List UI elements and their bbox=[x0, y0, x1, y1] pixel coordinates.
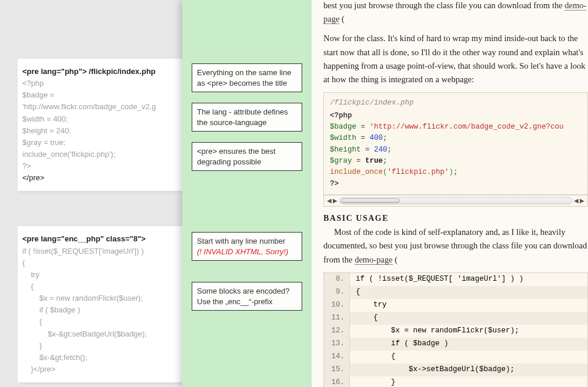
line-number: 14. bbox=[324, 351, 350, 364]
code-content: if ( $badge ) bbox=[350, 340, 449, 348]
code-line: $gray = true; bbox=[22, 137, 178, 149]
code-content: { bbox=[350, 288, 360, 296]
code-row: 9.{ bbox=[324, 286, 587, 299]
scroll-right-icon[interactable]: ▶ bbox=[332, 198, 338, 204]
paragraph-text: best you just browse through the class f… bbox=[323, 1, 564, 10]
annotation-pre-degrade: <pre> ensures the best degrading possibl… bbox=[192, 142, 302, 171]
code-line: $height = 240; bbox=[22, 125, 178, 137]
annotation-lang-attr: The lang - attribute defines the source-… bbox=[192, 103, 302, 132]
code-content: { bbox=[350, 353, 396, 361]
code-content: $x->setBadgeUrl($badge); bbox=[350, 366, 514, 373]
code-content: $x = new randomFlickr($user); bbox=[350, 327, 519, 335]
code-line: </pre> bbox=[22, 172, 178, 184]
horizontal-scrollbar[interactable]: ◀ ▶ ◀ ▶ bbox=[323, 195, 588, 207]
code-line: } bbox=[22, 340, 178, 352]
code-line: try bbox=[22, 269, 178, 281]
scroll-left-icon[interactable]: ◀ bbox=[326, 198, 332, 204]
code-row: 8.if ( !isset($_REQUEST[ 'imageUrl'] ) ) bbox=[324, 273, 587, 286]
rendered-code-block-1: /flickpic/index.php <?php $badge = 'http… bbox=[323, 92, 588, 195]
code-row: 14. { bbox=[324, 351, 587, 364]
line-number: 16. bbox=[324, 376, 350, 387]
code-line: $width = 400; bbox=[22, 113, 178, 125]
code-line: $x = new randomFlickr($user); bbox=[22, 292, 178, 304]
code-row: 15. $x->setBadgeUrl($badge); bbox=[324, 364, 587, 376]
paragraph-text: ( bbox=[393, 255, 397, 264]
code-line: <pre lang="enc__php" class="8"> bbox=[22, 233, 178, 245]
code-row: 10. try bbox=[324, 299, 587, 312]
raw-code-block-1: <pre lang="php"> /flickpic/index.php <?p… bbox=[18, 59, 182, 191]
code-row: 11. { bbox=[324, 312, 587, 325]
article-paragraph: Most of the code is kind of self-explana… bbox=[323, 226, 588, 267]
code-line: if ( $badge ) bbox=[22, 304, 178, 316]
line-number: 11. bbox=[324, 312, 350, 325]
code-line: <pre lang="php"> /flickpic/index.php bbox=[22, 66, 178, 78]
line-number: 13. bbox=[324, 338, 350, 351]
left-column: <pre lang="php"> /flickpic/index.php <?p… bbox=[0, 0, 182, 387]
line-number: 8. bbox=[324, 273, 350, 286]
annotation-warning: (! INVALID XHTML, Sorry!) bbox=[197, 247, 297, 257]
code-line: 'http://www.flickr.com/badge_code_v2.g bbox=[22, 101, 178, 113]
code-line: include_once('flickpic.php'); bbox=[330, 167, 582, 178]
code-line: { bbox=[22, 257, 178, 269]
annotation-line-number: Start with any line number (! INVALID XH… bbox=[192, 232, 302, 261]
scroll-thumb[interactable] bbox=[341, 198, 400, 203]
code-line: $badge = 'http://www.flickr.com/badge_co… bbox=[330, 122, 582, 133]
annotation-column: Everything on the same line as <pre> bec… bbox=[182, 0, 312, 387]
code-line: { bbox=[22, 316, 178, 328]
scroll-track[interactable] bbox=[339, 197, 572, 204]
article-column: best you just browse through the class f… bbox=[312, 0, 588, 387]
code-line: $gray = true; bbox=[330, 156, 582, 167]
code-row: 16. } bbox=[324, 376, 587, 387]
line-number: 10. bbox=[324, 299, 350, 312]
code-line: $width = 400; bbox=[330, 133, 582, 144]
annotation-title-line: Everything on the same line as <pre> bec… bbox=[192, 63, 302, 92]
code-line: include_once('flickpic.php'); bbox=[22, 149, 178, 160]
line-number: 15. bbox=[324, 364, 350, 376]
line-number: 12. bbox=[324, 325, 350, 338]
code-line: if ( !isset($_REQUEST['imageUrl']) ) bbox=[22, 245, 178, 257]
scroll-right-icon[interactable]: ▶ bbox=[579, 198, 585, 204]
code-line: ?> bbox=[330, 179, 582, 190]
code-title: /flickpic/index.php bbox=[330, 97, 582, 109]
annotation-text: Start with any line number bbox=[197, 236, 297, 247]
article-paragraph: Now for the class. It's kind of hard to … bbox=[323, 32, 588, 86]
code-line: $x-&gt;setBadgeUrl($badge); bbox=[22, 328, 178, 340]
demo-page-link[interactable]: demo-page bbox=[355, 255, 392, 265]
code-line: <?php bbox=[330, 110, 582, 122]
rendered-code-block-2: 8.if ( !isset($_REQUEST[ 'imageUrl'] ) )… bbox=[323, 272, 588, 387]
code-content: } bbox=[350, 379, 396, 386]
section-heading-basic-usage: BASIC USAGE bbox=[323, 214, 588, 223]
paragraph-text: ( bbox=[339, 14, 344, 23]
code-row: 13. if ( $badge ) bbox=[324, 338, 587, 351]
code-content: if ( !isset($_REQUEST[ 'imageUrl'] ) ) bbox=[350, 275, 523, 283]
scroll-left-icon[interactable]: ◀ bbox=[573, 198, 579, 204]
code-line: { bbox=[22, 281, 178, 292]
code-line: }</pre> bbox=[22, 364, 178, 375]
article-paragraph: best you just browse through the class f… bbox=[323, 0, 588, 26]
line-number: 9. bbox=[324, 286, 350, 299]
code-content: try bbox=[350, 301, 387, 309]
code-content: { bbox=[350, 314, 378, 322]
code-line: <?php bbox=[22, 78, 178, 89]
code-row: 12. $x = new randomFlickr($user); bbox=[324, 325, 587, 338]
annotation-enc-prefix: Some blocks are encoded? Use the „enc__“… bbox=[192, 282, 302, 311]
code-line: ?> bbox=[22, 160, 178, 172]
raw-code-block-2: <pre lang="enc__php" class="8"> if ( !is… bbox=[18, 226, 182, 382]
code-line: $badge = bbox=[22, 89, 178, 101]
code-line: $x-&gt;fetch(); bbox=[22, 352, 178, 364]
code-line: $height = 240; bbox=[330, 144, 582, 156]
